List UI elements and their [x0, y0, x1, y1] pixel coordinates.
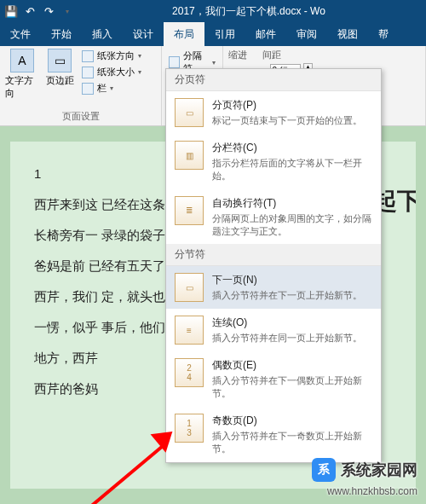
menu-next-page[interactable]: ▭ 下一页(N)插入分节符并在下一页上开始新节。 [166, 266, 381, 309]
breaks-dropdown: 分页符 ▭ 分页符(P)标记一页结束与下一页开始的位置。 ▥ 分栏符(C)指示分… [165, 68, 382, 463]
tab-design[interactable]: 设计 [123, 22, 164, 46]
quick-access-toolbar: 💾 ↶ ↷ ▾ [3, 3, 75, 19]
chevron-down-icon: ▾ [212, 59, 216, 67]
menu-text-wrapping[interactable]: ≣ 自动换行符(T)分隔网页上的对象周围的文字，如分隔题注文字与正文。 [166, 189, 381, 245]
even-page-icon: 24 [175, 358, 204, 387]
menu-item-title: 自动换行符(T) [212, 196, 372, 211]
watermark-text: 系统家园网 [341, 460, 417, 480]
chevron-down-icon: ▾ [138, 52, 141, 60]
tab-mailings[interactable]: 邮件 [245, 22, 286, 46]
size-label: 纸张大小 [97, 66, 135, 78]
text-direction-icon: A [10, 49, 34, 72]
watermark-logo-icon: 系 [312, 458, 336, 482]
continuous-icon: ≡ [175, 316, 204, 345]
margins-label: 页边距 [46, 74, 74, 87]
title-bar: 💾 ↶ ↷ ▾ 2017，我们一起下个棋.docx - Wo [0, 0, 426, 22]
odd-page-icon: 13 [175, 414, 204, 443]
tab-help[interactable]: 帮 [368, 22, 399, 46]
column-break-icon: ▥ [175, 141, 204, 170]
text-direction-label: 文字方向 [5, 74, 39, 100]
columns-icon [82, 83, 94, 95]
dropdown-header-page-breaks: 分页符 [166, 69, 381, 91]
menu-item-desc: 插入分节符并在下一页上开始新节。 [212, 289, 362, 302]
columns-label: 栏 [97, 82, 106, 95]
watermark-url: www.hnzkhbsb.com [327, 485, 417, 497]
menu-item-title: 分页符(P) [212, 98, 362, 113]
menu-item-title: 奇数页(D) [212, 414, 372, 428]
save-icon[interactable]: 💾 [3, 3, 19, 19]
orientation-label: 纸张方向 [97, 49, 135, 62]
text-direction-button[interactable]: A 文字方向 [5, 49, 39, 100]
menu-page-break[interactable]: ▭ 分页符(P)标记一页结束与下一页开始的位置。 [166, 91, 381, 134]
menu-item-title: 连续(O) [212, 316, 362, 330]
chevron-down-icon: ▾ [110, 84, 113, 92]
page-break-icon: ▭ [175, 98, 204, 127]
size-icon [82, 67, 94, 78]
columns-button[interactable]: 栏▾ [80, 81, 143, 96]
tab-view[interactable]: 视图 [327, 22, 368, 46]
tab-references[interactable]: 引用 [204, 22, 245, 46]
qat-more-icon[interactable]: ▾ [60, 3, 75, 19]
undo-icon[interactable]: ↶ [22, 3, 37, 19]
menu-item-desc: 分隔网页上的对象周围的文字，如分隔题注文字与正文。 [212, 212, 372, 238]
menu-column-break[interactable]: ▥ 分栏符(C)指示分栏符后面的文字将从下一栏开始。 [166, 134, 381, 189]
menu-item-title: 偶数页(E) [212, 358, 372, 373]
menu-item-title: 分栏符(C) [212, 141, 372, 155]
next-page-icon: ▭ [175, 273, 204, 302]
margins-icon: ▭ [48, 49, 72, 72]
tab-layout[interactable]: 布局 [164, 22, 204, 46]
tab-file[interactable]: 文件 [0, 22, 41, 46]
dropdown-header-section-breaks: 分节符 [166, 244, 381, 266]
chevron-down-icon: ▾ [138, 68, 141, 76]
margins-button[interactable]: ▭ 页边距 [43, 49, 77, 87]
text-wrapping-icon: ≣ [175, 196, 204, 225]
menu-even-page[interactable]: 24 偶数页(E)插入分节符并在下一偶数页上开始新节。 [166, 351, 381, 407]
tab-insert[interactable]: 插入 [82, 22, 123, 46]
menu-item-desc: 插入分节符并在下一偶数页上开始新节。 [212, 374, 372, 400]
orientation-button[interactable]: 纸张方向▾ [80, 49, 143, 63]
redo-icon[interactable]: ↷ [41, 3, 56, 19]
watermark: 系 系统家园网 [312, 458, 417, 482]
menu-odd-page[interactable]: 13 奇数页(D)插入分节符并在下一奇数页上开始新节。 [166, 407, 381, 462]
size-button[interactable]: 纸张大小▾ [80, 65, 143, 79]
ribbon-tabs: 文件 开始 插入 设计 布局 引用 邮件 审阅 视图 帮 [0, 22, 426, 46]
document-title: 2017，我们一起下个棋.docx - Wo [75, 4, 423, 19]
indent-label: 缩进 [228, 49, 247, 61]
tab-home[interactable]: 开始 [41, 22, 82, 46]
menu-item-desc: 指示分栏符后面的文字将从下一栏开始。 [212, 157, 372, 182]
breaks-icon [169, 56, 180, 68]
group-page-setup-label: 页面设置 [5, 110, 156, 123]
menu-item-title: 下一页(N) [212, 273, 362, 287]
spacing-label: 间距 [262, 49, 313, 61]
menu-item-desc: 插入分节符并在同一页上开始新节。 [212, 332, 362, 345]
group-page-setup: A 文字方向 ▭ 页边距 纸张方向▾ 纸张大小▾ 栏▾ 页面设置 [0, 46, 162, 125]
menu-continuous[interactable]: ≡ 连续(O)插入分节符并在同一页上开始新节。 [166, 309, 381, 351]
menu-item-desc: 标记一页结束与下一页开始的位置。 [212, 114, 362, 127]
orientation-icon [82, 50, 94, 62]
tab-review[interactable]: 审阅 [286, 22, 327, 46]
menu-item-desc: 插入分节符并在下一奇数页上开始新节。 [212, 430, 372, 455]
